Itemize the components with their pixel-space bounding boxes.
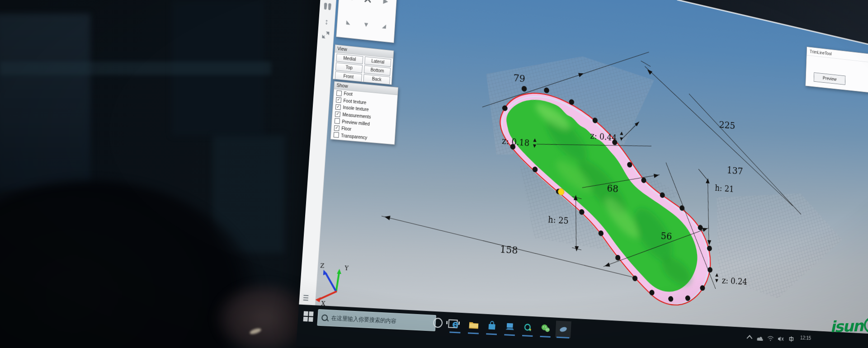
edge-icon[interactable]: e [447,315,464,333]
checkbox[interactable] [334,132,339,138]
dim-outer-length: 225 [719,119,736,132]
background-light-band [0,61,271,75]
notes-mini-icon[interactable] [302,293,310,301]
insole-pair-icon[interactable] [319,1,335,14]
navigation-pad-panel: ↺ ▲ ↻ ◀ ▶ ◣ ▼ ◢ [336,0,400,43]
wechat-icon[interactable] [538,320,554,338]
background-window-blur [0,14,90,190]
dim-forefoot-width: 79 [513,72,525,85]
cortana-icon[interactable] [433,318,443,328]
dim-z-heel: z: 0.24 [722,276,747,287]
search-input[interactable]: 在这里输入你要搜索的内容 [317,309,436,331]
search-icon [321,315,328,321]
monitor-screen: 79 225 137 158 68 56 h: 21 h: 25 z: 0.18… [296,0,868,348]
photo-scene: 79 225 137 158 68 56 h: 21 h: 25 z: 0.18… [0,0,868,348]
checkbox[interactable]: ✓ [335,104,341,110]
checkbox[interactable] [335,118,340,124]
expand-icon[interactable] [317,30,334,43]
checkbox[interactable]: ✓ [336,97,341,103]
active-cad-app-icon[interactable] [555,321,571,339]
search-placeholder: 在这里输入你要搜索的内容 [331,314,396,325]
ime-indicator[interactable] [788,336,794,344]
pan-right-button[interactable]: ▶ [376,0,396,14]
start-button[interactable] [303,311,314,322]
vertical-resize-icon[interactable]: ↕ [318,15,335,28]
preview-button[interactable]: Preview [814,72,846,85]
isun-logo-text: isun [830,316,863,335]
dim-mid-width: 68 [607,182,618,194]
checkbox[interactable]: ✓ [334,125,340,131]
axis-y-label: Y [344,264,349,272]
show-panel: Show Foot ✓ Foot texture ✓ Insole textur… [330,81,399,145]
wifi-icon[interactable] [767,335,774,343]
corner-right-button[interactable]: ◢ [374,13,394,40]
pan-down-button[interactable]: ▼ [356,11,376,38]
isun-logo: isun [830,315,868,336]
trim-surface-icon[interactable] [320,0,336,1]
axis-triad: Y Z X [315,262,349,308]
view-panel: View Medial Lateral Top Bottom Front Bac… [333,44,394,85]
onedrive-icon[interactable] [757,335,763,343]
checkbox[interactable]: ✓ [335,111,340,117]
q-browser-icon[interactable] [520,319,536,337]
insole-3d-scene[interactable]: 79 225 137 158 68 56 h: 21 h: 25 z: 0.18… [315,0,868,334]
clock[interactable]: 12:15 [800,335,811,341]
footprint-logo-icon [863,315,868,335]
dim-heel-width: 56 [660,230,672,242]
dim-inner-length: 158 [500,243,518,256]
file-explorer-icon[interactable] [465,316,482,334]
store-icon[interactable] [484,317,500,335]
tray-chevron-icon[interactable] [747,335,753,342]
pc-app-icon[interactable] [502,318,518,336]
corner-left-button[interactable]: ◣ [338,9,358,36]
volume-muted-icon[interactable] [778,336,784,343]
dim-mid-length: 137 [726,164,743,176]
checkbox[interactable] [336,90,342,96]
axis-z-label: Z [320,262,325,269]
dim-arch-medial: h: 25 [548,215,569,226]
dim-arch-lateral: h: 21 [715,183,734,194]
